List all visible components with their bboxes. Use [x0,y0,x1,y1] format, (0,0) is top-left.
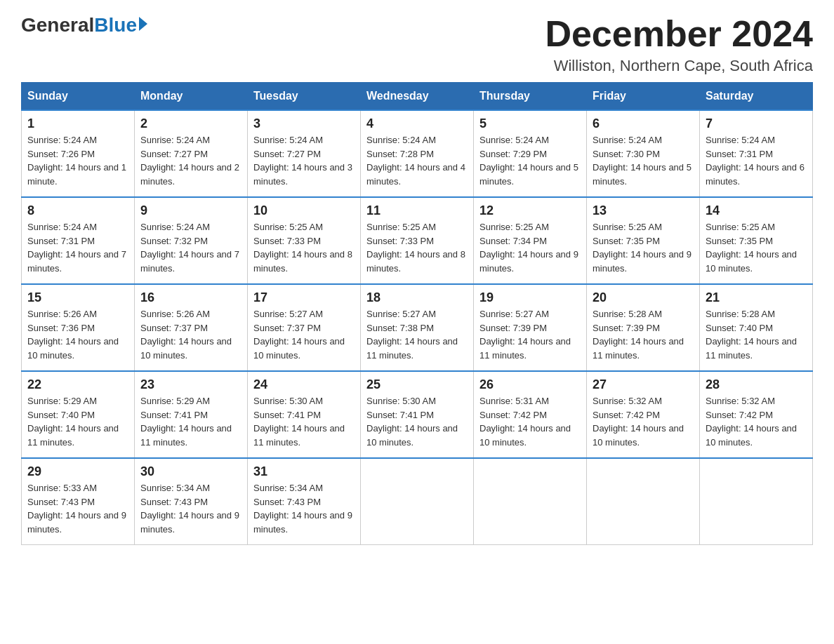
sunset-label: Sunset: 7:38 PM [366,323,434,333]
day-info: Sunrise: 5:29 AM Sunset: 7:41 PM Dayligh… [140,394,241,449]
day-info: Sunrise: 5:24 AM Sunset: 7:26 PM Dayligh… [27,133,128,188]
sunrise-label: Sunrise: 5:33 AM [27,483,97,493]
calendar-cell: 25 Sunrise: 5:30 AM Sunset: 7:41 PM Dayl… [361,371,474,458]
day-number: 12 [479,203,581,218]
sunrise-label: Sunrise: 5:28 AM [593,309,662,319]
sunset-label: Sunset: 7:34 PM [479,236,547,246]
calendar-cell: 15 Sunrise: 5:26 AM Sunset: 7:36 PM Dayl… [22,284,135,371]
month-title: December 2024 [545,14,813,54]
day-info: Sunrise: 5:33 AM Sunset: 7:43 PM Dayligh… [27,481,128,536]
logo-blue-part: Blue [94,14,147,36]
day-info: Sunrise: 5:28 AM Sunset: 7:39 PM Dayligh… [593,307,694,362]
sunset-label: Sunset: 7:37 PM [140,323,208,333]
day-number: 23 [140,377,241,392]
sunrise-label: Sunrise: 5:24 AM [706,135,775,145]
day-info: Sunrise: 5:32 AM Sunset: 7:42 PM Dayligh… [593,394,694,449]
day-number: 5 [479,116,581,131]
sunset-label: Sunset: 7:39 PM [593,323,660,333]
day-number: 29 [27,464,128,479]
day-info: Sunrise: 5:24 AM Sunset: 7:31 PM Dayligh… [27,220,128,275]
sunrise-label: Sunrise: 5:34 AM [140,483,210,493]
sunrise-label: Sunrise: 5:24 AM [140,135,210,145]
logo-blue-text: Blue [94,14,137,36]
calendar-cell: 2 Sunrise: 5:24 AM Sunset: 7:27 PM Dayli… [135,110,248,197]
calendar-cell: 6 Sunrise: 5:24 AM Sunset: 7:30 PM Dayli… [587,110,700,197]
calendar-week-5: 29 Sunrise: 5:33 AM Sunset: 7:43 PM Dayl… [22,458,813,545]
day-info: Sunrise: 5:29 AM Sunset: 7:40 PM Dayligh… [27,394,128,449]
day-number: 26 [479,377,581,392]
sunset-label: Sunset: 7:39 PM [479,323,547,333]
calendar-cell [700,458,813,545]
day-number: 16 [140,290,241,305]
sunset-label: Sunset: 7:27 PM [253,149,321,159]
sunrise-label: Sunrise: 5:29 AM [140,396,210,406]
calendar-week-2: 8 Sunrise: 5:24 AM Sunset: 7:31 PM Dayli… [22,197,813,284]
day-info: Sunrise: 5:24 AM Sunset: 7:30 PM Dayligh… [593,133,694,188]
sunset-label: Sunset: 7:43 PM [253,497,321,507]
day-info: Sunrise: 5:24 AM Sunset: 7:31 PM Dayligh… [706,133,807,188]
day-number: 13 [593,203,694,218]
sunrise-label: Sunrise: 5:27 AM [253,309,323,319]
day-number: 1 [27,116,128,131]
calendar-cell: 29 Sunrise: 5:33 AM Sunset: 7:43 PM Dayl… [22,458,135,545]
daylight-label: Daylight: 14 hours and 8 minutes. [366,249,465,274]
day-info: Sunrise: 5:24 AM Sunset: 7:29 PM Dayligh… [479,133,581,188]
calendar-week-1: 1 Sunrise: 5:24 AM Sunset: 7:26 PM Dayli… [22,110,813,197]
sunrise-label: Sunrise: 5:24 AM [27,222,97,232]
daylight-label: Daylight: 14 hours and 11 minutes. [479,336,571,361]
day-number: 10 [253,203,355,218]
sunset-label: Sunset: 7:42 PM [593,410,660,420]
day-number: 22 [27,377,128,392]
daylight-label: Daylight: 14 hours and 11 minutes. [27,423,119,448]
day-info: Sunrise: 5:32 AM Sunset: 7:42 PM Dayligh… [706,394,807,449]
page-header: General Blue December 2024 Williston, No… [21,14,813,75]
daylight-label: Daylight: 14 hours and 10 minutes. [366,423,458,448]
calendar-cell: 20 Sunrise: 5:28 AM Sunset: 7:39 PM Dayl… [587,284,700,371]
day-info: Sunrise: 5:26 AM Sunset: 7:36 PM Dayligh… [27,307,128,362]
sunrise-label: Sunrise: 5:28 AM [706,309,775,319]
day-number: 8 [27,203,128,218]
calendar-cell: 1 Sunrise: 5:24 AM Sunset: 7:26 PM Dayli… [22,110,135,197]
calendar-cell: 5 Sunrise: 5:24 AM Sunset: 7:29 PM Dayli… [474,110,587,197]
sunset-label: Sunset: 7:35 PM [593,236,660,246]
day-number: 24 [253,377,355,392]
calendar-cell: 7 Sunrise: 5:24 AM Sunset: 7:31 PM Dayli… [700,110,813,197]
sunrise-label: Sunrise: 5:27 AM [366,309,436,319]
calendar-cell: 11 Sunrise: 5:25 AM Sunset: 7:33 PM Dayl… [361,197,474,284]
day-info: Sunrise: 5:24 AM Sunset: 7:27 PM Dayligh… [140,133,241,188]
calendar-cell: 16 Sunrise: 5:26 AM Sunset: 7:37 PM Dayl… [135,284,248,371]
sunset-label: Sunset: 7:42 PM [479,410,547,420]
header-friday: Friday [587,83,700,111]
sunrise-label: Sunrise: 5:24 AM [593,135,662,145]
day-number: 15 [27,290,128,305]
daylight-label: Daylight: 14 hours and 9 minutes. [140,510,239,535]
calendar-cell: 3 Sunrise: 5:24 AM Sunset: 7:27 PM Dayli… [248,110,361,197]
daylight-label: Daylight: 14 hours and 9 minutes. [27,510,126,535]
day-number: 19 [479,290,581,305]
sunset-label: Sunset: 7:31 PM [27,236,95,246]
header-saturday: Saturday [700,83,813,111]
sunrise-label: Sunrise: 5:24 AM [253,135,323,145]
daylight-label: Daylight: 14 hours and 2 minutes. [140,162,239,187]
day-info: Sunrise: 5:24 AM Sunset: 7:32 PM Dayligh… [140,220,241,275]
day-number: 18 [366,290,468,305]
calendar-cell: 22 Sunrise: 5:29 AM Sunset: 7:40 PM Dayl… [22,371,135,458]
daylight-label: Daylight: 14 hours and 10 minutes. [253,336,345,361]
calendar-cell: 21 Sunrise: 5:28 AM Sunset: 7:40 PM Dayl… [700,284,813,371]
day-number: 31 [253,464,355,479]
daylight-label: Daylight: 14 hours and 10 minutes. [479,423,571,448]
sunrise-label: Sunrise: 5:25 AM [479,222,549,232]
day-number: 20 [593,290,694,305]
day-number: 17 [253,290,355,305]
calendar-cell: 24 Sunrise: 5:30 AM Sunset: 7:41 PM Dayl… [248,371,361,458]
sunset-label: Sunset: 7:26 PM [27,149,95,159]
sunset-label: Sunset: 7:43 PM [140,497,208,507]
sunrise-label: Sunrise: 5:27 AM [479,309,549,319]
daylight-label: Daylight: 14 hours and 10 minutes. [140,336,232,361]
sunset-label: Sunset: 7:32 PM [140,236,208,246]
day-info: Sunrise: 5:30 AM Sunset: 7:41 PM Dayligh… [253,394,355,449]
day-info: Sunrise: 5:31 AM Sunset: 7:42 PM Dayligh… [479,394,581,449]
day-info: Sunrise: 5:34 AM Sunset: 7:43 PM Dayligh… [253,481,355,536]
day-info: Sunrise: 5:25 AM Sunset: 7:35 PM Dayligh… [593,220,694,275]
sunset-label: Sunset: 7:33 PM [366,236,434,246]
